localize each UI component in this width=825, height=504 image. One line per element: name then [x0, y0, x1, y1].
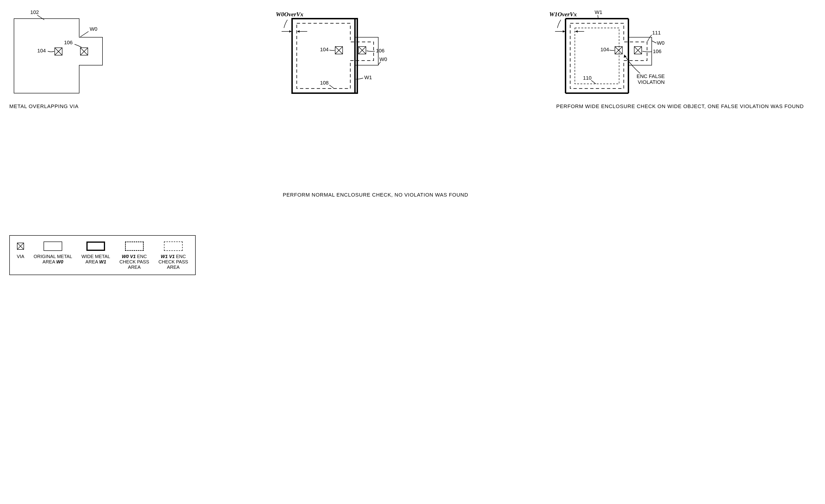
t: AREA [43, 259, 55, 264]
dim-w1overvx: W1OverVx [549, 11, 577, 18]
arrowhead-r-p2 [289, 30, 292, 32]
legend-w0v1: W0 V1 ENC CHECK PASS AREA [120, 240, 149, 270]
ref-110: 110 [583, 75, 592, 81]
arrowhead-l-p2 [297, 30, 300, 32]
dash-check-p2 [297, 23, 374, 88]
leader-104-p3 [609, 50, 614, 51]
diagram-row: 102 W0 104 106 METAL OVERLAPPING VIA [9, 9, 816, 198]
ref-w0-p1: W0 [90, 26, 97, 32]
ref-w1-p3: W1 [595, 9, 602, 15]
panel-normal-enclosure: W0OverVx [283, 9, 542, 198]
ref-w0-p2: W0 [379, 56, 387, 62]
t: AREA [85, 259, 98, 264]
t: WIDE METAL [81, 254, 110, 259]
leader-106-p2 [367, 51, 375, 52]
leader-102 [37, 15, 44, 20]
dash-outer-p3 [570, 23, 647, 88]
leader-104-p2 [329, 50, 335, 51]
dash-rect-fine-icon [164, 241, 182, 251]
leader-106-p1 [75, 44, 81, 47]
t: CHECK PASS [158, 259, 188, 265]
legend-w1v1: W1 V1 ENC CHECK PASS AREA [158, 240, 188, 270]
leader-110 [591, 80, 596, 84]
via-icon [17, 243, 24, 250]
t: W0 [56, 259, 63, 264]
caption-1: METAL OVERLAPPING VIA [9, 103, 269, 110]
ref-104-p3: 104 [600, 47, 609, 52]
dim-w0overvx: W0OverVx [276, 11, 303, 18]
ref-106-p2: 106 [376, 48, 385, 54]
t: CHECK PASS [120, 259, 149, 265]
ref-106-p1: 106 [64, 40, 73, 46]
caption-3: PERFORM WIDE ENCLOSURE CHECK ON WIDE OBJ… [556, 103, 816, 110]
via-106-p2 [359, 47, 366, 54]
legend: VIA ORIGINAL METAL AREA W0 WIDE METAL AR… [9, 235, 196, 275]
legend-via: VIA [17, 240, 24, 259]
ref-102: 102 [30, 9, 39, 15]
leader-false [624, 55, 640, 73]
legend-wide: WIDE METAL AREA W1 [81, 240, 110, 265]
ref-w1-p2: W1 [364, 75, 372, 80]
arrowhead-l-p3 [575, 30, 578, 32]
caption-2: PERFORM NORMAL ENCLOSURE CHECK, NO VIOLA… [283, 192, 542, 198]
ref-106-p3: 106 [653, 49, 662, 54]
legend-original: ORIGINAL METAL AREA W0 [33, 240, 72, 265]
t: W0 V1 [122, 254, 136, 259]
t: ENC [176, 254, 186, 259]
legend-via-label: VIA [17, 254, 24, 259]
metal-shape [14, 19, 102, 93]
t: W1 V1 [161, 254, 175, 259]
t: W1 [99, 259, 106, 264]
dim-leader-p3 [557, 20, 561, 28]
t: ORIGINAL METAL [33, 254, 72, 259]
dash-inner-p3 [575, 28, 619, 84]
leader-w1-p2 [356, 78, 363, 79]
t: AREA [167, 265, 179, 270]
thin-rect-icon [44, 241, 62, 251]
leader-w1-p3 [598, 15, 598, 18]
ref-111: 111 [652, 30, 661, 35]
false-label-2: VIOLATION [638, 79, 665, 85]
dash-rect-icon [125, 241, 144, 251]
ref-104-p1: 104 [37, 48, 46, 54]
leader-108 [329, 85, 334, 88]
panel-wide-enclosure: W1OverVx 104 [556, 9, 816, 198]
via-106-p1 [80, 48, 88, 55]
via-106-p3 [634, 47, 642, 54]
dim-leader-p2 [284, 20, 287, 28]
leader-w0-p1 [80, 31, 88, 37]
t: ENC [137, 254, 147, 259]
via-104-p2 [335, 47, 343, 54]
t: AREA [128, 265, 140, 270]
w0-ext-p3 [628, 37, 652, 65]
ref-w0-p3: W0 [657, 40, 665, 46]
ref-104-p2: 104 [320, 47, 329, 52]
leader-w0-p3 [652, 41, 656, 43]
leader-111 [648, 35, 652, 42]
panel1-svg: 102 W0 104 106 [9, 9, 109, 98]
panel3-svg: W1OverVx 104 [556, 9, 666, 98]
ref-108: 108 [320, 80, 329, 86]
leader-106-p3 [643, 51, 652, 52]
thick-rect-icon [86, 241, 105, 251]
leader-104-p1 [48, 51, 54, 52]
via-104-p1 [55, 48, 62, 55]
arrowhead-r-p3 [563, 30, 565, 32]
false-label-1: ENC FALSE [636, 73, 665, 79]
panel2-svg-clean: W0OverVx [283, 9, 385, 98]
via-104-p3 [615, 47, 622, 54]
panel-metal-overlapping-via: 102 W0 104 106 METAL OVERLAPPING VIA [9, 9, 269, 198]
